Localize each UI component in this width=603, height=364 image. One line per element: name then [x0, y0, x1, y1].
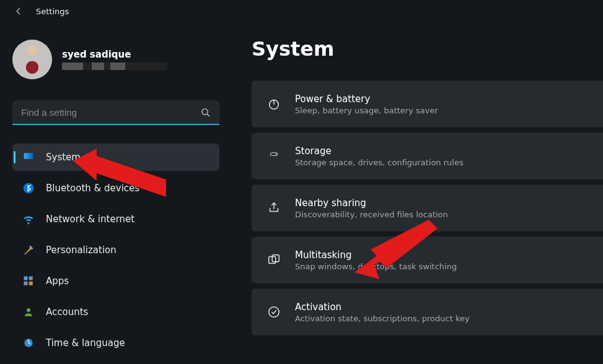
sidebar-item-system[interactable]: System [12, 144, 219, 171]
sidebar-item-accounts[interactable]: Accounts [12, 298, 219, 326]
card-power-battery[interactable]: Power & battery Sleep, battery usage, ba… [252, 80, 603, 128]
power-icon [266, 97, 281, 111]
sidebar-item-label: Apps [46, 275, 69, 287]
sidebar-item-bluetooth[interactable]: Bluetooth & devices [12, 175, 219, 202]
card-title: Multitasking [295, 249, 457, 261]
globe-clock-icon [22, 337, 35, 349]
card-nearby-sharing[interactable]: Nearby sharing Discoverability, received… [252, 184, 603, 232]
card-title: Power & battery [295, 93, 438, 105]
person-icon [22, 306, 35, 318]
card-title: Nearby sharing [295, 197, 448, 209]
sidebar-item-label: Bluetooth & devices [46, 183, 139, 194]
card-desc: Sleep, battery usage, battery saver [295, 106, 438, 115]
svg-point-12 [276, 154, 276, 155]
app-title: Settings [36, 7, 69, 16]
sidebar-item-network[interactable]: Network & internet [12, 206, 219, 233]
sidebar: syed sadique System [0, 20, 229, 362]
svg-rect-4 [24, 277, 28, 280]
checkmark-circle-icon [266, 305, 281, 319]
svg-rect-7 [29, 282, 33, 285]
svg-rect-6 [24, 282, 28, 285]
sidebar-item-label: System [46, 152, 81, 163]
sidebar-item-apps[interactable]: Apps [12, 267, 219, 295]
search-input[interactable] [12, 100, 219, 125]
sidebar-item-label: Personalization [46, 245, 117, 256]
card-desc: Snap windows, desktops, task switching [295, 262, 457, 271]
card-desc: Activation state, subscriptions, product… [295, 314, 470, 323]
profile-block[interactable]: syed sadique [12, 40, 219, 79]
paintbrush-icon [22, 244, 35, 256]
card-title: Activation [295, 301, 470, 313]
sidebar-item-label: Time & language [46, 337, 125, 349]
back-icon[interactable] [14, 6, 24, 16]
card-multitasking[interactable]: Multitasking Snap windows, desktops, tas… [252, 236, 603, 284]
card-title: Storage [295, 145, 464, 157]
multitasking-icon [266, 253, 281, 267]
nav-list: System Bluetooth & devices Network & int… [12, 144, 219, 357]
card-activation[interactable]: Activation Activation state, subscriptio… [252, 288, 603, 336]
sidebar-item-label: Network & internet [46, 214, 134, 225]
svg-rect-5 [29, 277, 33, 280]
sidebar-item-time[interactable]: Time & language [12, 329, 219, 357]
bluetooth-icon [22, 182, 35, 194]
search-field[interactable] [12, 100, 219, 125]
share-icon [266, 201, 281, 215]
avatar [12, 40, 52, 79]
sidebar-item-label: Accounts [46, 306, 88, 318]
display-icon [22, 151, 35, 163]
storage-icon [266, 149, 281, 163]
apps-icon [22, 275, 35, 287]
svg-point-15 [269, 307, 279, 318]
card-storage[interactable]: Storage Storage space, drives, configura… [252, 132, 603, 180]
page-title: System [252, 37, 603, 61]
main-content: System Power & battery Sleep, battery us… [229, 20, 603, 362]
svg-point-3 [24, 183, 34, 194]
svg-rect-2 [24, 153, 33, 158]
settings-card-list: Power & battery Sleep, battery usage, ba… [252, 80, 603, 336]
profile-name: syed sadique [62, 49, 167, 60]
search-icon [201, 108, 211, 118]
card-desc: Discoverability, received files location [295, 210, 448, 219]
svg-point-8 [27, 308, 30, 312]
sidebar-item-personalization[interactable]: Personalization [12, 236, 219, 264]
card-desc: Storage space, drives, configuration rul… [295, 158, 464, 167]
profile-email-redacted [62, 63, 167, 70]
wifi-icon [22, 213, 35, 225]
svg-point-0 [202, 109, 208, 115]
